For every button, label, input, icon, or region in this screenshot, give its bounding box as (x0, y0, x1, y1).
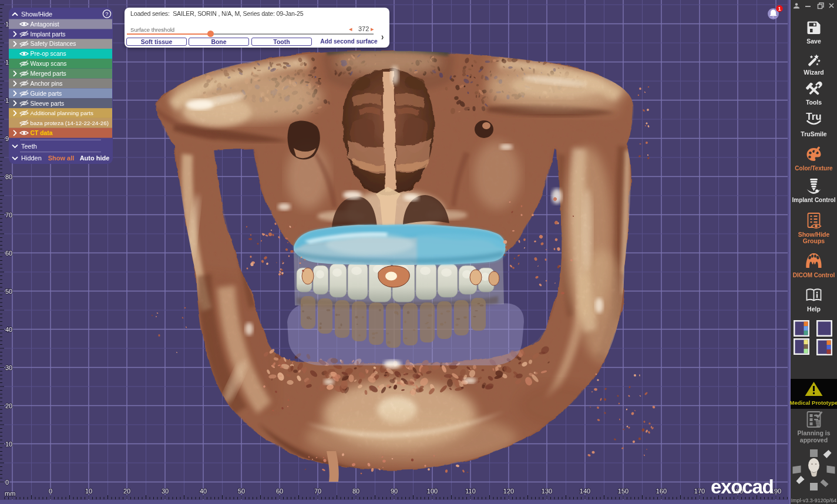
svg-text:Merged parts: Merged parts (31, 70, 66, 77)
svg-text:10: 10 (85, 488, 92, 495)
svg-text:100: 100 (427, 488, 438, 495)
svg-text:Sleeve parts: Sleeve parts (31, 100, 65, 107)
svg-text:Pre-op scans: Pre-op scans (31, 51, 66, 57)
svg-text:Additional planning parts: Additional planning parts (31, 110, 93, 116)
svg-text:70: 70 (5, 211, 12, 219)
svg-text:140: 140 (580, 488, 590, 495)
svg-text:120: 120 (503, 488, 514, 495)
svg-text:30: 30 (5, 364, 12, 371)
svg-text:approved: approved (800, 436, 828, 443)
svg-text:exocad: exocad (711, 476, 774, 498)
svg-text:170: 170 (694, 488, 705, 495)
svg-text:0: 0 (49, 488, 52, 495)
svg-text:10: 10 (5, 441, 12, 448)
svg-text:Guide parts: Guide parts (31, 90, 62, 97)
svg-text:Color/Texture: Color/Texture (795, 165, 833, 172)
svg-text:0: 0 (5, 479, 9, 486)
svg-text:80: 80 (5, 173, 12, 180)
svg-text:Teeth: Teeth (21, 143, 37, 150)
svg-text:DICOM Control: DICOM Control (793, 272, 835, 278)
svg-text:150: 150 (618, 488, 628, 495)
svg-text:Show/Hide: Show/Hide (798, 231, 830, 238)
svg-text:Medical Prototype: Medical Prototype (790, 399, 837, 406)
svg-text:Implant parts: Implant parts (31, 31, 66, 38)
svg-text:Hidden: Hidden (21, 154, 42, 162)
svg-text:160: 160 (656, 488, 667, 495)
svg-text:Waxup scans: Waxup scans (31, 61, 67, 67)
svg-text:mm: mm (5, 490, 15, 497)
svg-text:Show/Hide: Show/Hide (21, 11, 52, 18)
svg-text:20: 20 (5, 402, 12, 409)
svg-text:Show all: Show all (48, 154, 75, 162)
svg-text:Impl-v3.3-9120p/64: Impl-v3.3-9120p/64 (791, 498, 837, 503)
svg-text:Help: Help (807, 305, 821, 313)
svg-text:50: 50 (5, 288, 12, 295)
svg-text:Save: Save (806, 38, 821, 45)
svg-text:60: 60 (276, 488, 283, 495)
svg-text:Implant Control: Implant Control (792, 197, 836, 203)
svg-text:90: 90 (391, 488, 398, 495)
svg-text:40: 40 (5, 326, 12, 333)
svg-text:70: 70 (314, 488, 321, 495)
svg-text:Groups: Groups (803, 237, 825, 244)
svg-text:baza proteza (14-12-22-24-26): baza proteza (14-12-22-24-26) (31, 120, 109, 126)
svg-text:40: 40 (200, 488, 207, 495)
svg-text:20: 20 (123, 488, 130, 495)
svg-text:CT data: CT data (31, 130, 53, 136)
svg-text:110: 110 (465, 488, 476, 495)
svg-text:Antagonist: Antagonist (31, 21, 59, 28)
svg-text:Safety Distances: Safety Distances (31, 41, 76, 47)
svg-text:50: 50 (238, 488, 245, 495)
svg-text:Planning is: Planning is (797, 429, 830, 436)
svg-text:Tools: Tools (806, 99, 822, 106)
svg-text:130: 130 (542, 488, 552, 495)
svg-text:30: 30 (162, 488, 169, 495)
svg-text:TruSmile: TruSmile (801, 130, 827, 137)
svg-text:Tru: Tru (806, 111, 821, 122)
svg-text:Wizard: Wizard (804, 69, 823, 76)
svg-text:1: 1 (778, 6, 781, 12)
svg-text:80: 80 (352, 488, 359, 495)
svg-text:?: ? (105, 11, 108, 17)
svg-text:Auto hide: Auto hide (80, 154, 110, 162)
svg-text:60: 60 (5, 250, 12, 257)
svg-text:Anchor pins: Anchor pins (31, 80, 63, 87)
